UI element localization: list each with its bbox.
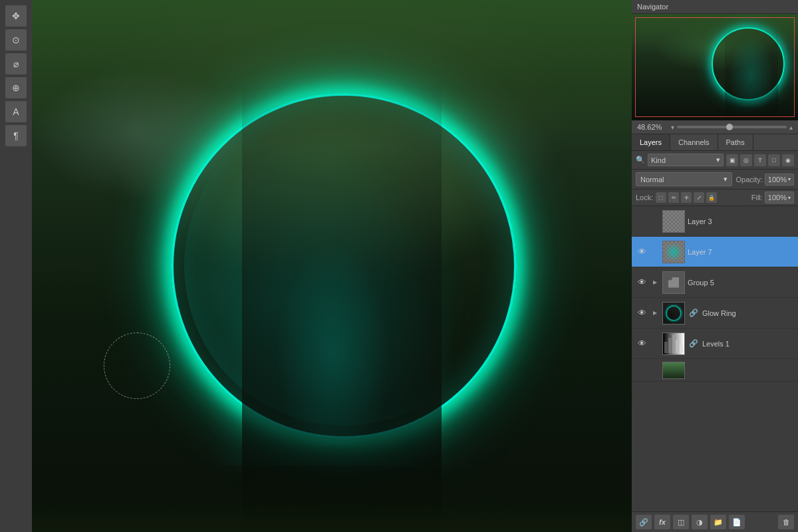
- blend-mode-dropdown[interactable]: Normal ▾: [636, 172, 732, 186]
- levels1-info: Levels 1: [702, 340, 794, 348]
- layer3-thumb: [662, 210, 685, 233]
- fill-control: Fill: 100% ▾: [751, 192, 794, 203]
- layer7-visibility[interactable]: 👁: [636, 246, 648, 258]
- add-adjustment-btn[interactable]: ◑: [692, 515, 708, 529]
- blend-mode-label: Normal: [640, 176, 664, 184]
- move-tool[interactable]: ✥: [5, 5, 27, 27]
- filter-type-icon[interactable]: T: [754, 154, 766, 166]
- navigator-zoom-bar: 48.62% ▾ ▴: [632, 120, 798, 134]
- layer7-thumb: [662, 241, 685, 263]
- levels1-thumb: [662, 332, 685, 355]
- layer-item-glowring[interactable]: 👁 ▶ 🔗 Glow Ring: [632, 298, 798, 329]
- delete-layer-btn[interactable]: 🗑: [778, 515, 794, 529]
- layer7-thumb-glow: [663, 241, 684, 263]
- layer3-name: Layer 3: [688, 217, 794, 225]
- layer7-name: Layer 7: [688, 248, 794, 256]
- layer3-info: Layer 3: [688, 217, 794, 225]
- search-icon: 🔍: [636, 156, 645, 164]
- fill-arrow: ▾: [788, 195, 791, 201]
- opacity-arrow: ▾: [788, 176, 791, 182]
- energy-glow: [260, 213, 406, 446]
- canvas-image: [32, 0, 632, 532]
- lock-artboard-btn[interactable]: ⤢: [694, 192, 704, 203]
- layer-item-background[interactable]: [632, 359, 798, 382]
- navigator-title: Navigator: [637, 3, 668, 11]
- filter-smart-icon[interactable]: ◉: [782, 154, 794, 166]
- navigator-header: Navigator: [632, 0, 798, 14]
- layers-filter-bar: 🔍 Kind ▾ ▣ ◎ T □ ◉: [632, 151, 798, 170]
- group5-visibility[interactable]: 👁: [636, 277, 648, 289]
- filter-kind-label: Kind: [651, 156, 666, 164]
- opacity-input[interactable]: 100% ▾: [765, 174, 794, 186]
- text-tool[interactable]: A: [5, 101, 27, 122]
- background-thumb: [662, 362, 685, 379]
- group5-name: Group 5: [688, 279, 794, 287]
- levels1-name: Levels 1: [702, 340, 794, 348]
- zoom-slider-thumb: [726, 124, 733, 130]
- clone-tool[interactable]: ⊕: [5, 77, 27, 98]
- canvas-area[interactable]: [32, 0, 632, 532]
- lock-transparent-btn[interactable]: ⬚: [656, 192, 666, 203]
- glowring-visibility[interactable]: 👁: [636, 307, 648, 319]
- levels1-expand: [650, 339, 660, 348]
- levels1-visibility[interactable]: 👁: [636, 338, 648, 350]
- tab-layers[interactable]: Layers: [632, 134, 670, 150]
- background-thumb-bg: [663, 362, 684, 378]
- levels1-thumb-bg: [663, 333, 684, 354]
- zoom-slider[interactable]: [677, 126, 787, 128]
- selection-circle: [104, 332, 170, 399]
- zoom-controls: ▾ ▴: [671, 124, 793, 131]
- tab-paths[interactable]: Paths: [718, 134, 753, 150]
- layer-item-levels1[interactable]: 👁 🔗 Levels 1: [632, 329, 798, 359]
- add-mask-btn[interactable]: ◫: [673, 515, 689, 529]
- zoom-percentage[interactable]: 48.62%: [637, 123, 667, 131]
- navigator-thumbnail[interactable]: [632, 14, 798, 120]
- background-expand: [650, 366, 660, 375]
- layer7-expand: [650, 247, 660, 257]
- opacity-label: Opacity:: [736, 176, 763, 184]
- opacity-control: Opacity: 100% ▾: [736, 174, 795, 186]
- ground-overlay: [32, 466, 632, 532]
- filter-shape-icon[interactable]: □: [768, 154, 780, 166]
- zoom-out-icon[interactable]: ▾: [671, 124, 674, 131]
- layer-item-group5[interactable]: 👁 ▶ Group 5: [632, 267, 798, 298]
- background-visibility[interactable]: [636, 364, 648, 376]
- link-layers-btn[interactable]: 🔗: [636, 515, 652, 529]
- paragraph-tool[interactable]: ¶: [5, 125, 27, 146]
- levels-bar1: [664, 342, 668, 353]
- fill-value-text: 100%: [768, 194, 787, 201]
- left-toolbar: ✥ ⊙ ⌀ ⊕ A ¶: [0, 0, 32, 532]
- layer-item-layer7[interactable]: 👁 Layer 7: [632, 237, 798, 267]
- lasso-tool[interactable]: ⊙: [5, 29, 27, 51]
- lock-fill-bar: Lock: ⬚ ✏ ✛ ⤢ 🔒 Fill: 100% ▾: [632, 190, 798, 206]
- add-group-btn[interactable]: 📁: [710, 515, 726, 529]
- lock-all-btn[interactable]: 🔒: [706, 192, 717, 203]
- filter-icons: ▣ ◎ T □ ◉: [726, 154, 794, 166]
- blend-mode-arrow: ▾: [724, 175, 728, 184]
- lock-image-btn[interactable]: ✏: [668, 192, 679, 203]
- group5-info: Group 5: [688, 279, 794, 287]
- layer3-visibility[interactable]: [636, 215, 648, 227]
- glowring-expand[interactable]: ▶: [650, 309, 660, 318]
- navigator-panel: Navigator 48.62% ▾ ▴: [632, 0, 798, 134]
- levels1-chain-icon: 🔗: [689, 339, 698, 348]
- fill-input[interactable]: 100% ▾: [765, 192, 794, 203]
- group5-folder-icon: [663, 272, 684, 293]
- lock-label: Lock:: [636, 194, 653, 201]
- layers-tabs: Layers Channels Paths: [632, 134, 798, 151]
- filter-kind-dropdown[interactable]: Kind ▾: [648, 154, 724, 166]
- tab-channels[interactable]: Channels: [670, 134, 718, 150]
- layer7-info: Layer 7: [688, 248, 794, 256]
- add-style-btn[interactable]: fx: [654, 515, 670, 529]
- levels-bar4: [676, 340, 679, 353]
- layer3-thumb-bg: [663, 211, 684, 232]
- zoom-in-icon[interactable]: ▴: [789, 124, 793, 131]
- layers-bottom-toolbar: 🔗 fx ◫ ◑ 📁 📄 🗑: [632, 511, 798, 532]
- lock-position-btn[interactable]: ✛: [681, 192, 692, 203]
- brush-tool[interactable]: ⌀: [5, 53, 27, 74]
- filter-adjust-icon[interactable]: ◎: [740, 154, 752, 166]
- group5-expand[interactable]: ▶: [650, 278, 660, 287]
- filter-pixel-icon[interactable]: ▣: [726, 154, 738, 166]
- add-layer-btn[interactable]: 📄: [729, 515, 745, 529]
- layer-item-layer3[interactable]: Layer 3: [632, 206, 798, 237]
